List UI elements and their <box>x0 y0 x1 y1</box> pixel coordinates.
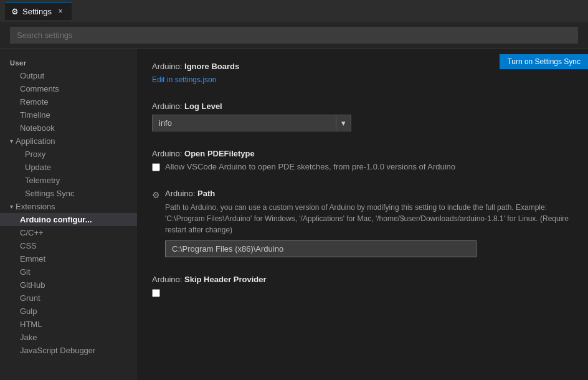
sidebar-item-remote[interactable]: Remote <box>0 95 137 108</box>
skip-header-checkbox[interactable] <box>152 289 160 297</box>
chevron-down-icon: ▾ <box>10 138 13 145</box>
edit-in-settings-link[interactable]: Edit in settings.json <box>152 75 216 84</box>
sidebar-group-application[interactable]: ▾ Application <box>0 135 137 148</box>
settings-tab[interactable]: ⚙ Settings × <box>5 2 72 20</box>
tab-close-button[interactable]: × <box>55 6 65 16</box>
sidebar-item-arduino[interactable]: Arduino configur... <box>0 213 137 226</box>
content-area: Turn on Settings Sync Arduino: Ignore Bo… <box>137 49 588 380</box>
log-level-select[interactable]: info debug warn error verbose <box>152 115 336 131</box>
sidebar-item-emmet[interactable]: Emmet <box>0 252 137 265</box>
skip-header-checkbox-row <box>152 288 573 297</box>
extensions-group-label: Extensions <box>16 202 55 211</box>
main-layout: User Output Comments Remote Timeline Not… <box>0 49 588 380</box>
sidebar-group-extensions[interactable]: ▾ Extensions <box>0 200 137 213</box>
setting-path: ⚙ Arduino: Path Path to Arduino, you can… <box>152 189 573 257</box>
sidebar-item-telemetry[interactable]: Telemetry <box>0 174 137 187</box>
path-description: Path to Arduino, you can use a custom ve… <box>165 202 573 235</box>
sidebar-item-output[interactable]: Output <box>0 69 137 82</box>
search-bar <box>0 22 588 49</box>
chevron-down-icon-ext: ▾ <box>10 203 13 210</box>
sidebar-item-jake[interactable]: Jake <box>0 331 137 344</box>
sidebar-item-update[interactable]: Update <box>0 161 137 174</box>
open-pde-checkbox[interactable] <box>152 163 160 171</box>
sidebar-item-github[interactable]: GitHub <box>0 278 137 292</box>
skip-header-title: Arduino: Skip Header Provider <box>152 275 573 284</box>
sidebar-item-html[interactable]: HTML <box>0 318 137 331</box>
sidebar-item-css[interactable]: CSS <box>0 239 137 252</box>
sidebar-item-git[interactable]: Git <box>0 265 137 278</box>
open-pde-checkbox-row: Allow VSCode Arduino to open PDE sketche… <box>152 162 573 171</box>
sidebar-item-cpp[interactable]: C/C++ <box>0 226 137 239</box>
log-level-title: Arduino: Log Level <box>152 102 573 111</box>
user-section-label: User <box>0 57 137 69</box>
sidebar-item-notebook[interactable]: Notebook <box>0 121 137 135</box>
setting-skip-header: Arduino: Skip Header Provider <box>152 275 573 297</box>
sidebar-item-js-debugger[interactable]: JavaScript Debugger <box>0 344 137 357</box>
setting-open-pde: Arduino: Open PDEFiletype Allow VSCode A… <box>152 149 573 171</box>
path-input[interactable] <box>165 240 477 257</box>
search-input[interactable] <box>10 27 578 44</box>
title-bar: ⚙ Settings × <box>0 0 588 22</box>
open-pde-title: Arduino: Open PDEFiletype <box>152 149 573 158</box>
path-content: Arduino: Path Path to Arduino, you can u… <box>165 189 573 257</box>
sidebar: User Output Comments Remote Timeline Not… <box>0 49 137 380</box>
setting-log-level: Arduino: Log Level info debug warn error… <box>152 102 573 131</box>
sidebar-item-timeline[interactable]: Timeline <box>0 108 137 121</box>
open-pde-label: Allow VSCode Arduino to open PDE sketche… <box>165 162 455 171</box>
gear-icon[interactable]: ⚙ <box>152 190 160 200</box>
path-title: Arduino: Path <box>165 189 573 198</box>
sidebar-item-comments[interactable]: Comments <box>0 82 137 95</box>
log-level-dropdown-wrapper: info debug warn error verbose ▾ <box>152 115 351 131</box>
tab-label: Settings <box>22 7 52 16</box>
application-group-label: Application <box>16 136 55 146</box>
sidebar-item-gulp[interactable]: Gulp <box>0 305 137 318</box>
dropdown-arrow-icon: ▾ <box>336 115 351 131</box>
sidebar-item-settings-sync[interactable]: Settings Sync <box>0 187 137 200</box>
sidebar-item-proxy[interactable]: Proxy <box>0 148 137 161</box>
settings-icon: ⚙ <box>11 7 19 16</box>
sidebar-item-grunt[interactable]: Grunt <box>0 292 137 305</box>
sync-button[interactable]: Turn on Settings Sync <box>500 54 588 69</box>
